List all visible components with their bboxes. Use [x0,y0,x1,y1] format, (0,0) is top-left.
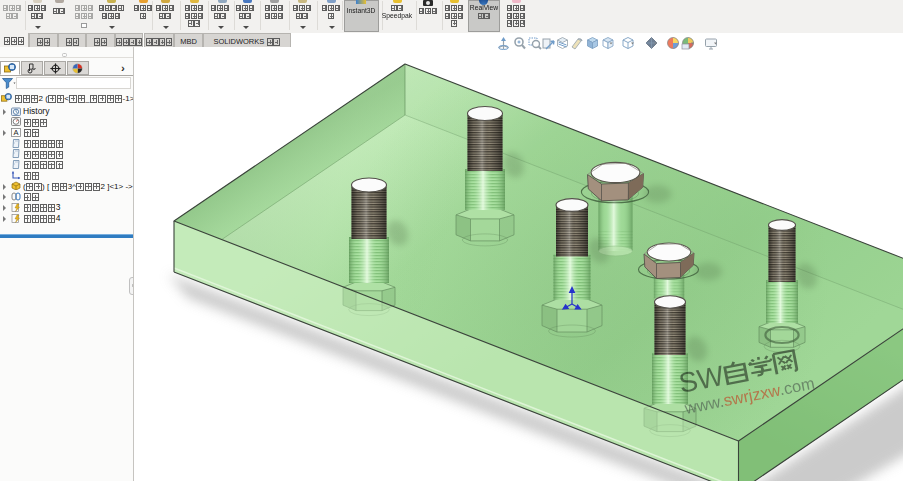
svg-text:A: A [13,128,18,137]
